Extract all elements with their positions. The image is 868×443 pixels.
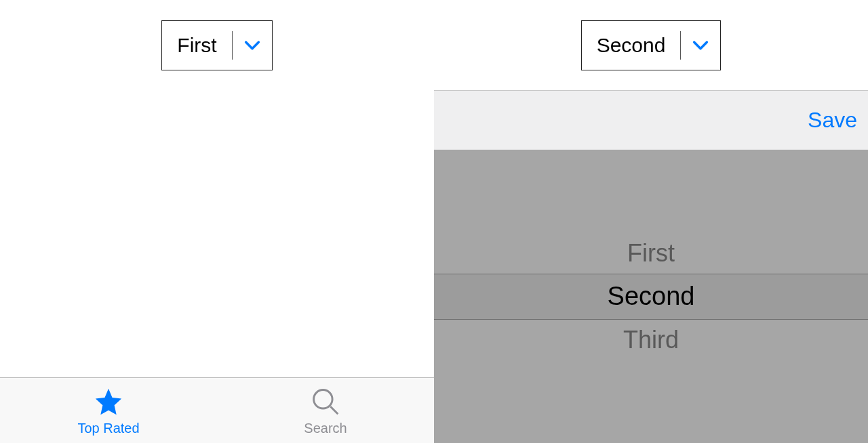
chevron-down-icon [233,36,272,55]
tab-top-rated-label: Top Rated [77,421,139,436]
svg-point-0 [314,389,333,408]
picker-overlay: Save First Second Third [434,90,868,443]
tab-search[interactable]: Search [217,378,434,443]
tab-top-rated[interactable]: Top Rated [0,378,217,443]
dropdown-area-right: Second [434,0,868,70]
right-pane: Second Save First Second Third [434,0,868,443]
picker-wheel[interactable]: First Second Third [434,150,868,443]
picker-option-third[interactable]: Third [434,318,868,362]
picker-items: First Second Third [434,232,868,362]
dropdown-first[interactable]: First [161,20,272,70]
dropdown-first-label: First [162,34,231,57]
search-icon [311,385,340,418]
svg-line-1 [330,406,338,414]
dropdown-second-label: Second [582,34,681,57]
left-pane: First Top Rated [0,0,434,443]
save-button[interactable]: Save [808,108,857,133]
picker-option-first[interactable]: First [434,232,868,275]
tab-search-label: Search [304,421,347,436]
picker-toolbar: Save [434,90,868,150]
star-icon [92,385,125,418]
chevron-down-icon [681,36,720,55]
dropdown-second[interactable]: Second [581,20,722,70]
tab-bar: Top Rated Search [0,377,434,443]
dropdown-area-left: First [0,0,434,70]
picker-option-second[interactable]: Second [434,275,868,318]
